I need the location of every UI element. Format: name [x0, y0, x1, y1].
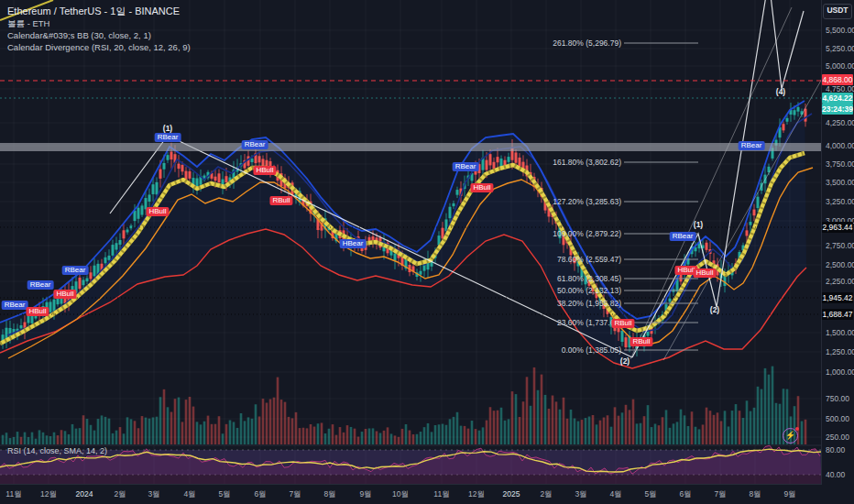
price-tick: 3,750.00 — [826, 159, 854, 169]
price-tick: 2,750.00 — [826, 241, 854, 250]
signal-label: RBear — [155, 133, 181, 142]
price-tick: 5,500.00 — [826, 26, 854, 35]
time-tick: 11월 — [5, 489, 21, 500]
wave-label: (2) — [707, 305, 722, 314]
wave-label: (1) — [691, 220, 706, 229]
price-tag[interactable]: 4,624.22 — [822, 93, 853, 104]
price-tag[interactable]: 2,963.44 — [822, 222, 853, 233]
price-tick: 5,000.00 — [826, 61, 854, 71]
time-tick: 9월 — [783, 489, 795, 500]
price-tick: 1,500.00 — [826, 328, 854, 337]
signal-label: HBull — [53, 290, 76, 299]
time-tick: 4월 — [183, 489, 195, 500]
fib-level-label: 78.60% (2,559.47) — [511, 255, 621, 264]
time-tick: 6월 — [679, 489, 691, 500]
signal-label: RBear — [242, 140, 268, 149]
price-tick: 250.00 — [826, 433, 849, 442]
tradingview-window: Ethereum / TetherUS - 1일 - BINANCE 볼륨 - … — [0, 0, 854, 504]
wave-label: (2) — [618, 356, 632, 366]
volume-legend[interactable]: 볼륨 - ETH — [7, 17, 191, 29]
signal-label: RBull — [269, 196, 292, 205]
signal-label: HBear — [340, 239, 367, 248]
time-tick: 2024 — [76, 489, 93, 499]
signal-label: RBull — [611, 319, 634, 328]
price-tag[interactable]: 23:24:39 — [822, 104, 853, 115]
signal-label: RBear — [27, 280, 54, 290]
time-tick: 2월 — [540, 489, 552, 500]
time-tick: 3월 — [575, 489, 586, 500]
time-tick: 2월 — [114, 489, 126, 500]
legend: Ethereum / TetherUS - 1일 - BINANCE 볼륨 - … — [7, 5, 191, 53]
price-tick: 750.00 — [826, 394, 849, 403]
boost-icon[interactable]: ⚡ — [783, 428, 798, 444]
bb-indicator-legend[interactable]: Calendar&#039;s BB (30, close, 2, 1) — [7, 29, 191, 41]
signal-label: RBear — [62, 266, 89, 275]
time-tick: 7월 — [714, 489, 726, 500]
price-axis[interactable]: USDT 5,500.005,250.005,000.004,750.004,2… — [821, 0, 854, 504]
rsi-legend[interactable]: RSI (14, close, SMA, 14, 2) — [7, 446, 107, 455]
time-tick: 9월 — [359, 489, 371, 500]
time-axis[interactable]: 11월12월20242월3월4월5월6월7월8월9월10월11월12월20252… — [0, 484, 822, 504]
signal-label: HBull — [470, 183, 493, 192]
price-tick: 1,000.00 — [826, 367, 854, 377]
time-tick: 2025 — [503, 489, 520, 499]
fib-level-label: 127.20% (3,285.63) — [511, 197, 621, 206]
time-tick: 7월 — [289, 489, 301, 500]
signal-label: RBull — [630, 337, 652, 346]
price-tick: 40.00 — [826, 470, 845, 479]
fib-level-label: 100.00% (2,879.22) — [511, 229, 621, 238]
price-tick: 2,500.00 — [826, 260, 854, 269]
fib-level-label: 161.80% (3,802.62) — [511, 158, 621, 167]
price-tick: 1,250.00 — [826, 347, 854, 356]
price-tick: 4,000.00 — [826, 141, 854, 150]
chart-canvas[interactable] — [0, 0, 854, 504]
price-tick: 2,250.00 — [826, 277, 854, 286]
time-tick: 11월 — [433, 489, 449, 500]
signal-label: HBull — [146, 207, 169, 216]
time-tick: 4월 — [609, 489, 621, 500]
time-tick: 5월 — [218, 489, 230, 500]
fib-level-label: 61.80% (2,308.45) — [511, 274, 621, 283]
time-tick: 3월 — [148, 489, 159, 500]
signal-label: HBull — [26, 307, 49, 316]
price-tag[interactable]: 1,688.47 — [822, 309, 853, 320]
time-tick: 6월 — [254, 489, 266, 500]
price-tag[interactable]: 1,945.42 — [822, 292, 853, 303]
fib-level-label: 38.20% (1,955.82) — [511, 299, 621, 308]
fib-level-label: 0.00% (1,385.05) — [511, 345, 621, 355]
signal-label: RBear — [453, 162, 479, 171]
time-tick: 8월 — [749, 489, 761, 500]
currency-toggle-button[interactable]: USDT — [823, 4, 852, 19]
time-tick: 8월 — [323, 489, 335, 500]
divergence-indicator-legend[interactable]: Calendar Divergence (RSI, 20, close, 12,… — [7, 41, 191, 53]
fib-level-label: 261.80% (5,296.79) — [511, 38, 621, 48]
price-tick: 500.00 — [826, 414, 849, 423]
price-tick: 80.00 — [826, 445, 845, 455]
signal-label: RBear — [739, 141, 765, 150]
signal-label: RBear — [670, 232, 696, 241]
wave-label: (1) — [160, 124, 175, 133]
time-tick: 12월 — [468, 489, 485, 500]
price-tick: 3,250.00 — [826, 197, 854, 206]
price-tick: 4,250.00 — [826, 118, 854, 127]
signal-label: RBear — [2, 301, 28, 310]
time-tick: 10월 — [392, 489, 409, 500]
fib-level-label: 50.00% (2,132.13) — [511, 286, 621, 295]
price-tag[interactable]: 4,868.00 — [822, 74, 853, 85]
fib-level-label: 23.60% (1,737.67) — [511, 318, 621, 327]
symbol-title[interactable]: Ethereum / TetherUS - 1일 - BINANCE — [7, 5, 191, 17]
time-tick: 5월 — [644, 489, 656, 500]
time-tick: 12월 — [40, 489, 57, 500]
price-tick: 3,500.00 — [826, 178, 854, 187]
signal-label: HBull — [693, 268, 716, 278]
signal-label: HBull — [253, 166, 276, 175]
wave-label: (4) — [773, 87, 788, 96]
price-tick: 5,250.00 — [826, 44, 854, 53]
